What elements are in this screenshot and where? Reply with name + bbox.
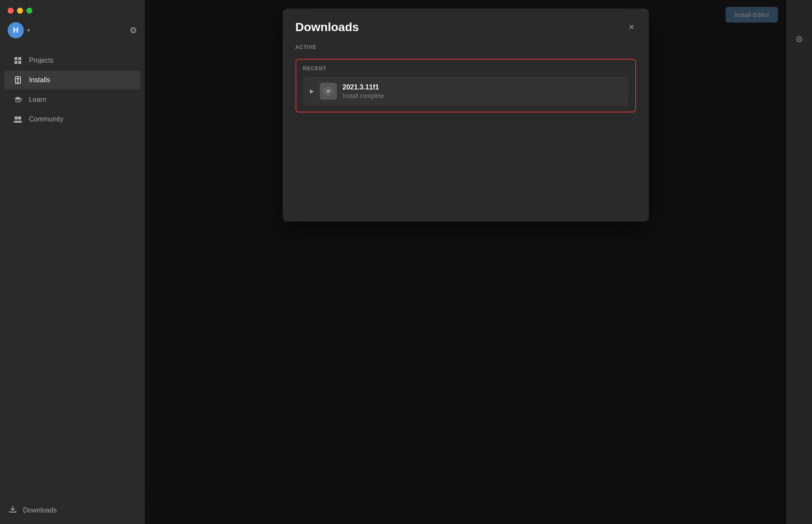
traffic-light-red[interactable] bbox=[8, 8, 14, 14]
active-section: ACTIVE bbox=[296, 44, 636, 50]
sidebar-item-installs-label: Installs bbox=[29, 76, 50, 84]
sidebar-nav: Projects Installs Learn bbox=[0, 47, 145, 496]
learn-icon bbox=[13, 95, 23, 104]
modal-panel: Downloads × ACTIVE RECENT ▶ bbox=[283, 9, 649, 222]
downloads-icon bbox=[9, 505, 17, 515]
svg-point-8 bbox=[14, 116, 18, 120]
sidebar-item-installs[interactable]: Installs bbox=[4, 71, 141, 89]
avatar-area: H ▾ bbox=[8, 22, 30, 38]
right-panel: ⚙ bbox=[786, 0, 812, 524]
traffic-lights bbox=[0, 0, 145, 18]
modal-close-button[interactable]: × bbox=[627, 21, 636, 34]
svg-rect-0 bbox=[14, 57, 17, 60]
expand-arrow-icon[interactable]: ▶ bbox=[310, 88, 314, 94]
traffic-light-yellow[interactable] bbox=[17, 8, 23, 14]
sidebar-item-community[interactable]: Community bbox=[4, 110, 141, 129]
installs-icon bbox=[13, 76, 23, 84]
sidebar-header: H ▾ ⚙ bbox=[0, 18, 145, 47]
modal-title: Downloads bbox=[296, 20, 359, 34]
sidebar-footer-downloads-label: Downloads bbox=[23, 507, 57, 514]
main-content: Install Editor Downloads × ACTIVE RECENT… bbox=[145, 0, 786, 524]
sidebar-item-projects-label: Projects bbox=[29, 57, 54, 64]
community-icon bbox=[13, 115, 23, 124]
install-status: Install complete bbox=[343, 92, 384, 99]
projects-icon bbox=[13, 56, 23, 65]
traffic-light-green[interactable] bbox=[26, 8, 32, 14]
sidebar-item-learn-label: Learn bbox=[29, 96, 46, 104]
settings-icon[interactable]: ⚙ bbox=[129, 25, 137, 35]
sidebar-item-learn[interactable]: Learn bbox=[4, 90, 141, 109]
svg-rect-1 bbox=[18, 57, 21, 60]
sidebar: H ▾ ⚙ Projects bbox=[0, 0, 145, 524]
unity-icon bbox=[320, 83, 337, 100]
install-item[interactable]: ▶ 2021.3.11f1 Install complete bbox=[303, 77, 628, 106]
sidebar-item-projects[interactable]: Projects bbox=[4, 51, 141, 70]
recent-section-label: RECENT bbox=[303, 66, 628, 72]
recent-section: RECENT ▶ 2021.3.11f1 Install complete bbox=[296, 59, 636, 112]
avatar-dropdown-arrow[interactable]: ▾ bbox=[27, 27, 30, 33]
sidebar-footer-downloads[interactable]: Downloads bbox=[0, 496, 145, 524]
svg-point-9 bbox=[18, 116, 21, 120]
install-version: 2021.3.11f1 bbox=[343, 83, 384, 91]
install-info: 2021.3.11f1 Install complete bbox=[343, 83, 384, 99]
downloads-modal: Downloads × ACTIVE RECENT ▶ bbox=[145, 0, 786, 524]
right-gear-icon[interactable]: ⚙ bbox=[795, 34, 803, 44]
svg-rect-2 bbox=[14, 61, 17, 64]
svg-rect-3 bbox=[18, 61, 21, 64]
sidebar-item-community-label: Community bbox=[29, 115, 63, 123]
avatar[interactable]: H bbox=[8, 22, 24, 38]
modal-header: Downloads × bbox=[296, 20, 636, 34]
active-section-label: ACTIVE bbox=[296, 44, 636, 50]
